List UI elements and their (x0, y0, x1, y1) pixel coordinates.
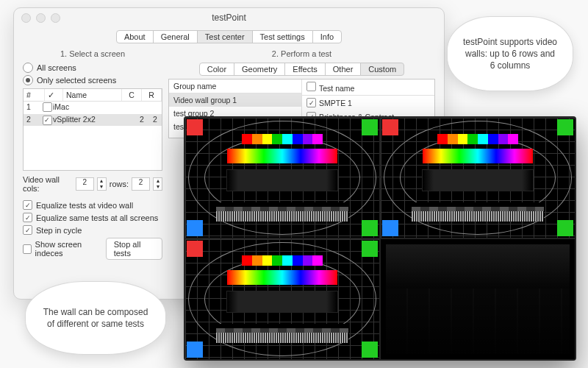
label-wall-rows: rows: (110, 180, 129, 188)
tab-other[interactable]: Other (325, 63, 362, 76)
test-header[interactable]: Test name (302, 79, 434, 96)
stop-all-button[interactable]: Stop all tests (106, 238, 162, 260)
category-tabs: Color Geometry Effects Other Custom (168, 63, 435, 76)
screens-list[interactable]: # ✓ Name C R 1 iMac 2 vSplitter 2x2 (23, 88, 162, 171)
row-checkbox[interactable] (43, 102, 52, 112)
cols-input[interactable]: 2 (76, 177, 94, 191)
tab-custom[interactable]: Custom (360, 63, 404, 76)
tab-effects[interactable]: Effects (284, 63, 325, 76)
section-select-screen: 1. Select a screen (23, 49, 162, 58)
tab-test-settings[interactable]: Test settings (252, 30, 313, 43)
wall-panel-dark (381, 239, 575, 359)
wall-panel (185, 118, 379, 238)
tab-info[interactable]: Info (312, 30, 342, 43)
table-row[interactable]: 1 iMac (24, 102, 162, 114)
radio-all-screens[interactable] (23, 63, 33, 73)
rows-input[interactable]: 2 (132, 177, 150, 191)
window-title: testPoint (14, 13, 444, 23)
wall-panel (381, 118, 575, 238)
tab-color[interactable]: Color (199, 63, 234, 76)
chk-test[interactable] (306, 98, 316, 107)
section-perform-test: 2. Perform a test (168, 49, 435, 58)
chk-equalize-same[interactable] (23, 213, 32, 222)
wall-panel (185, 239, 379, 359)
col-r[interactable]: R (142, 89, 162, 101)
tab-geometry[interactable]: Geometry (234, 63, 285, 76)
callout-composed-tests: The wall can be composed of different or… (25, 281, 166, 355)
titlebar: testPoint (14, 8, 444, 27)
col-number[interactable]: # (24, 89, 45, 101)
col-check[interactable]: ✓ (45, 89, 63, 101)
row-checkbox[interactable] (43, 116, 52, 125)
chk-step-cycle[interactable] (23, 225, 32, 235)
list-item[interactable]: SMPTE 1 (302, 96, 434, 110)
col-c[interactable]: C (122, 89, 142, 101)
rows-stepper[interactable]: ▴▾ (153, 177, 162, 191)
chk-show-indeces[interactable] (23, 244, 32, 254)
label-all-screens: All screens (37, 63, 76, 72)
list-item[interactable]: Video wall group 1 (169, 93, 301, 107)
cols-stepper[interactable]: ▴▾ (97, 177, 107, 191)
callout-supports-walls: testPoint supports video walls: up to 6 … (447, 16, 573, 91)
tab-general[interactable]: General (153, 30, 198, 43)
label-wall-cols: Video wall cols: (23, 175, 73, 193)
table-row[interactable]: 2 vSplitter 2x2 2 2 (24, 114, 162, 126)
screens-header: # ✓ Name C R (24, 89, 162, 102)
chk-all-tests[interactable] (306, 82, 316, 91)
col-name[interactable]: Name (63, 89, 122, 101)
group-header[interactable]: Group name (169, 79, 301, 93)
tab-about[interactable]: About (116, 30, 154, 43)
chk-equalize-wall[interactable] (23, 200, 32, 210)
tab-test-center[interactable]: Test center (197, 30, 253, 43)
radio-selected-screens[interactable] (23, 75, 33, 85)
video-wall-preview (184, 116, 576, 361)
main-tabs: About General Test center Test settings … (14, 30, 444, 43)
label-selected-screens: Only selected screens (37, 76, 116, 85)
